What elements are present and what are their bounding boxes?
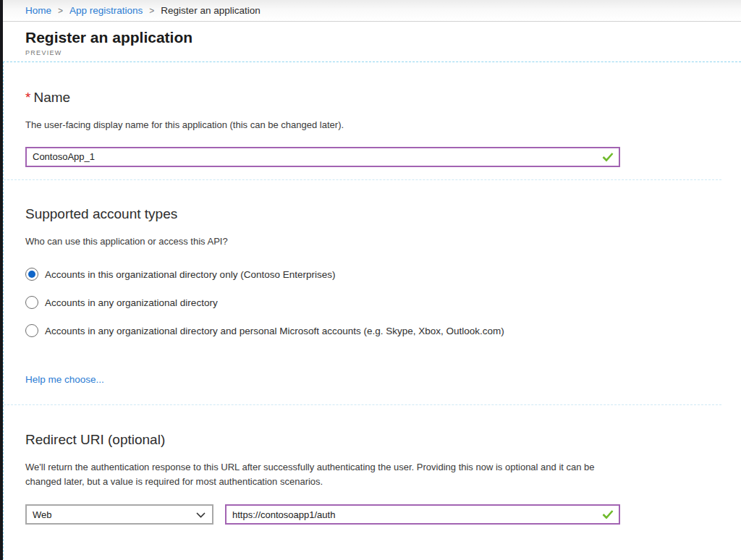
name-section-heading: *Name bbox=[25, 90, 741, 106]
name-heading-label: Name bbox=[33, 90, 70, 105]
section-divider bbox=[4, 404, 721, 405]
redirect-uri-section: Redirect URI (optional) We'll return the… bbox=[25, 432, 741, 525]
radio-option-label: Accounts in this organizational director… bbox=[45, 269, 335, 280]
redirect-uri-input-container bbox=[225, 504, 620, 525]
radio-button-icon[interactable] bbox=[25, 268, 38, 281]
breadcrumb-separator: > bbox=[58, 6, 63, 16]
valid-checkmark-icon bbox=[602, 510, 614, 519]
name-section: *Name The user-facing display name for t… bbox=[25, 90, 741, 167]
breadcrumb-home[interactable]: Home bbox=[25, 5, 51, 16]
valid-checkmark-icon bbox=[602, 152, 614, 161]
page-title: Register an application bbox=[25, 28, 741, 47]
chevron-down-icon bbox=[196, 509, 206, 520]
radio-button-icon[interactable] bbox=[25, 324, 38, 337]
redirect-uri-controls: Web bbox=[25, 504, 741, 525]
account-types-heading: Supported account types bbox=[25, 206, 741, 222]
radio-option-any-directory[interactable]: Accounts in any organizational directory bbox=[25, 296, 741, 309]
preview-badge: PREVIEW bbox=[25, 49, 741, 56]
required-asterisk: * bbox=[25, 90, 30, 105]
radio-option-label: Accounts in any organizational directory… bbox=[45, 326, 504, 336]
redirect-type-select[interactable]: Web bbox=[25, 504, 213, 525]
register-application-blade: Home > App registrations > Register an a… bbox=[3, 0, 741, 560]
radio-option-label: Accounts in any organizational directory bbox=[45, 297, 218, 308]
redirect-uri-description: We'll return the authentication response… bbox=[25, 460, 613, 488]
breadcrumb-current-page: Register an application bbox=[161, 5, 260, 16]
radio-option-any-directory-personal[interactable]: Accounts in any organizational directory… bbox=[25, 324, 741, 337]
section-divider bbox=[4, 179, 721, 180]
blade-content: *Name The user-facing display name for t… bbox=[3, 61, 741, 560]
radio-button-icon[interactable] bbox=[25, 296, 38, 309]
redirect-uri-input[interactable] bbox=[226, 506, 619, 523]
app-name-input[interactable] bbox=[27, 148, 619, 166]
account-types-section: Supported account types Who can use this… bbox=[25, 206, 741, 386]
account-type-radio-group: Accounts in this organizational director… bbox=[25, 268, 741, 337]
breadcrumb: Home > App registrations > Register an a… bbox=[3, 0, 741, 22]
redirect-type-selected-value: Web bbox=[33, 509, 52, 520]
redirect-uri-heading: Redirect URI (optional) bbox=[25, 432, 741, 448]
breadcrumb-app-registrations[interactable]: App registrations bbox=[69, 5, 143, 16]
name-description: The user-facing display name for this ap… bbox=[25, 118, 741, 132]
name-input-container bbox=[25, 147, 620, 167]
blade-header: Register an application PREVIEW bbox=[3, 22, 741, 56]
radio-option-this-directory[interactable]: Accounts in this organizational director… bbox=[25, 268, 741, 281]
breadcrumb-separator: > bbox=[149, 6, 154, 16]
help-me-choose-link[interactable]: Help me choose... bbox=[25, 374, 104, 385]
account-types-question: Who can use this application or access t… bbox=[25, 234, 741, 249]
blade-left-edge bbox=[0, 0, 3, 560]
